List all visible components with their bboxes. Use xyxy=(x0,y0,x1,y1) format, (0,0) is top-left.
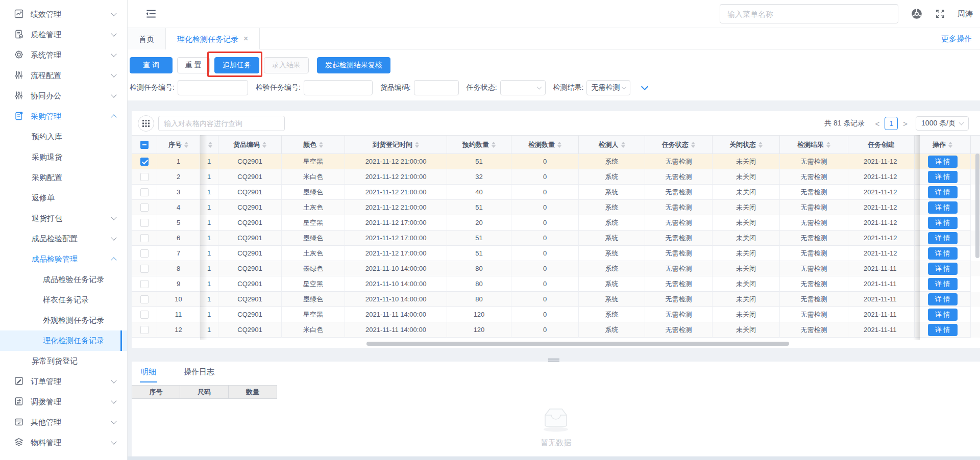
enter-result-button[interactable]: 录入结果 xyxy=(264,57,309,73)
sort-icon[interactable] xyxy=(492,142,496,148)
table-row[interactable]: 91CQ2901星空黑2021-11-10 14:00:00800系统无需检测未… xyxy=(132,276,980,292)
row-checkbox[interactable] xyxy=(140,219,149,227)
sidebar-item[interactable]: 订单管理 xyxy=(0,371,127,392)
tab-home[interactable]: 首页 xyxy=(128,28,166,49)
detail-tab[interactable]: 明细 xyxy=(140,362,157,382)
vertical-scrollbar[interactable] xyxy=(975,154,979,258)
table-row[interactable]: 41CQ2901土灰色2021-11-12 21:00:00510系统无需检测未… xyxy=(132,200,980,215)
fullscreen-icon[interactable] xyxy=(935,9,945,19)
sidebar-item[interactable]: 采购管理 xyxy=(0,106,127,126)
sort-icon[interactable] xyxy=(758,142,763,148)
detect-task-no-input[interactable] xyxy=(178,80,248,95)
prev-page-button[interactable]: < xyxy=(872,119,883,128)
collapse-sidebar-icon[interactable] xyxy=(144,7,157,20)
sidebar-item[interactable]: 理化检测任务记录 xyxy=(0,330,127,351)
append-task-button[interactable]: 追加任务 xyxy=(214,57,259,73)
detail-button[interactable]: 详 情 xyxy=(928,263,958,275)
column-header-action[interactable]: 操作 xyxy=(915,136,971,154)
sort-icon[interactable] xyxy=(557,142,561,148)
menu-search-input[interactable] xyxy=(720,4,898,23)
table-row[interactable]: 121CQ2901米白色2021-11-11 14:00:001200系统无需检… xyxy=(132,322,980,338)
column-header-close[interactable]: 关闭状态 xyxy=(713,136,780,154)
query-button[interactable]: 查 询 xyxy=(130,57,173,73)
column-header-clip[interactable] xyxy=(200,136,218,154)
detail-button[interactable]: 详 情 xyxy=(928,278,958,290)
row-checkbox[interactable] xyxy=(140,203,149,212)
detail-button[interactable]: 详 情 xyxy=(928,156,958,168)
row-checkbox[interactable] xyxy=(140,173,149,181)
product-code-input[interactable] xyxy=(414,80,459,95)
sidebar-item[interactable]: 预约入库 xyxy=(0,126,127,147)
sidebar-item[interactable]: 异常到货登记 xyxy=(0,351,127,371)
column-header-seq[interactable]: 序号 xyxy=(157,136,200,154)
row-checkbox[interactable] xyxy=(140,326,149,334)
sidebar-item[interactable]: 协同办公 xyxy=(0,86,127,106)
row-checkbox[interactable] xyxy=(140,311,149,319)
reset-button[interactable]: 重 置 xyxy=(177,57,210,73)
table-row[interactable]: 111CQ2901星空黑2021-11-11 14:00:001200系统无需检… xyxy=(132,307,980,322)
detail-button[interactable]: 详 情 xyxy=(928,309,958,321)
sidebar-item[interactable]: 成品检验任务记录 xyxy=(0,269,127,290)
row-checkbox[interactable] xyxy=(140,234,149,242)
column-header-inspector[interactable]: 检测人 xyxy=(579,136,645,154)
task-status-select[interactable] xyxy=(500,80,546,95)
table-row[interactable]: 21CQ2901米白色2021-11-12 21:00:00320系统无需检测未… xyxy=(132,169,980,185)
column-header-select[interactable] xyxy=(132,136,157,154)
column-header-result[interactable]: 检测结果 xyxy=(780,136,848,154)
table-row[interactable]: 81CQ2901墨绿色2021-11-10 14:00:00800系统无需检测未… xyxy=(132,261,980,276)
close-icon[interactable]: × xyxy=(243,35,248,43)
start-result-review-button[interactable]: 发起检测结果复核 xyxy=(317,57,390,73)
sidebar-item[interactable]: 绩效管理 xyxy=(0,4,127,24)
detail-button[interactable]: 详 情 xyxy=(928,186,958,198)
row-checkbox[interactable] xyxy=(140,249,149,258)
table-search-input[interactable] xyxy=(158,116,285,131)
sort-icon[interactable] xyxy=(184,142,188,148)
column-header-color[interactable]: 颜色 xyxy=(282,136,345,154)
sidebar-item[interactable]: 其他管理 xyxy=(0,412,127,432)
sort-icon[interactable] xyxy=(826,142,830,148)
sidebar-item[interactable]: 返修单 xyxy=(0,188,127,208)
resize-handle[interactable] xyxy=(546,357,561,363)
detail-button[interactable]: 详 情 xyxy=(928,293,958,305)
table-row[interactable]: 101CQ2901墨绿色2021-11-10 14:00:00800系统无需检测… xyxy=(132,292,980,307)
sidebar-item[interactable]: 物料管理 xyxy=(0,432,127,453)
sort-icon[interactable] xyxy=(948,142,952,148)
sort-icon[interactable] xyxy=(415,142,419,148)
expand-filters-icon[interactable] xyxy=(641,83,648,90)
detail-button[interactable]: 详 情 xyxy=(928,217,958,229)
browser-icon[interactable] xyxy=(911,8,923,20)
table-row[interactable]: 71CQ2901土灰色2021-11-12 17:00:00510系统无需检测未… xyxy=(132,246,980,261)
more-actions-link[interactable]: 更多操作 xyxy=(941,28,972,49)
sidebar-item[interactable]: 退货打包 xyxy=(0,208,127,228)
page-size-select[interactable]: 1000 条/页 xyxy=(916,116,969,131)
column-header-status[interactable]: 任务状态 xyxy=(645,136,713,154)
column-header-created[interactable]: 任务创建 xyxy=(848,136,915,154)
detail-button[interactable]: 详 情 xyxy=(928,171,958,183)
column-header-code[interactable]: 货品编码 xyxy=(218,136,282,154)
column-header-reserve[interactable]: 预约数量 xyxy=(447,136,511,154)
sidebar-item[interactable]: 外观检测任务记录 xyxy=(0,310,127,330)
table-row[interactable]: 31CQ2901墨绿色2021-11-12 21:00:00400系统无需检测未… xyxy=(132,185,980,200)
sidebar-item[interactable]: 系统管理 xyxy=(0,45,127,65)
column-settings-button[interactable] xyxy=(138,115,154,132)
sidebar-item[interactable]: 采购配置 xyxy=(0,167,127,188)
sort-icon[interactable] xyxy=(208,142,212,148)
sort-icon[interactable] xyxy=(691,142,695,148)
sidebar-item[interactable]: 成品检验配置 xyxy=(0,228,127,249)
sidebar-item[interactable]: 流程配置 xyxy=(0,65,127,86)
horizontal-scrollbar[interactable] xyxy=(366,342,789,346)
sort-icon[interactable] xyxy=(319,142,323,148)
sort-icon[interactable] xyxy=(262,142,266,148)
table-row[interactable]: 11CQ2901星空黑2021-11-12 21:00:00510系统无需检测未… xyxy=(132,154,980,169)
row-checkbox[interactable] xyxy=(140,265,149,273)
row-checkbox[interactable] xyxy=(140,295,149,303)
row-checkbox[interactable] xyxy=(140,188,149,196)
detect-result-select[interactable]: 无需检测 xyxy=(586,80,630,95)
sidebar-item[interactable]: 样衣任务记录 xyxy=(0,290,127,310)
next-page-button[interactable]: > xyxy=(900,119,911,128)
table-row[interactable]: 51CQ2901星空黑2021-11-12 17:00:00200系统无需检测未… xyxy=(132,215,980,231)
row-checkbox[interactable] xyxy=(140,158,149,166)
detail-button[interactable]: 详 情 xyxy=(928,201,958,214)
row-checkbox[interactable] xyxy=(140,280,149,288)
username[interactable]: 周涛 xyxy=(958,9,973,19)
